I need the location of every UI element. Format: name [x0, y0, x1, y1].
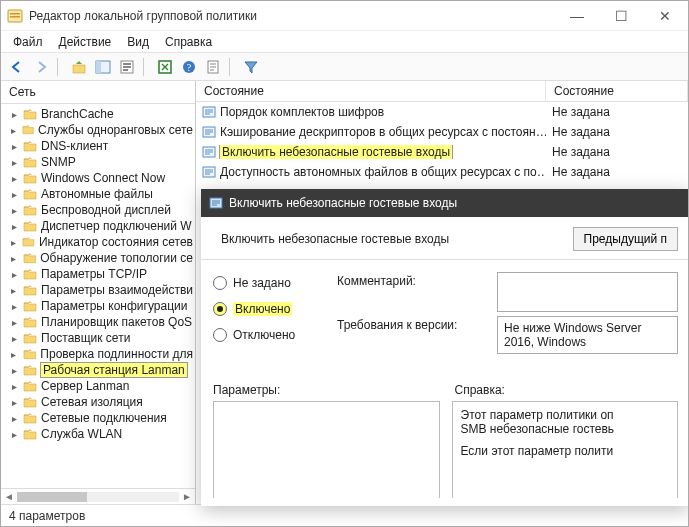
expand-toggle-icon[interactable]: ▸ [9, 253, 19, 264]
radio-label: Отключено [233, 328, 295, 342]
tree-item[interactable]: ▸BranchCache [7, 106, 195, 122]
previous-setting-button[interactable]: Предыдущий п [573, 227, 678, 251]
close-button[interactable]: ✕ [652, 9, 678, 23]
expand-toggle-icon[interactable]: ▸ [9, 141, 19, 152]
tree-item-label: Сетевые подключения [41, 411, 167, 425]
expand-toggle-icon[interactable]: ▸ [9, 157, 19, 168]
tree-item-label: Проверка подлинности для [40, 347, 193, 361]
policy-row-value: Не задана [546, 125, 688, 139]
radio-disabled[interactable]: Отключено [213, 328, 323, 342]
expand-toggle-icon[interactable]: ▸ [9, 317, 19, 328]
tree-item[interactable]: ▸Индикатор состояния сетев [7, 234, 195, 250]
policy-row[interactable]: Кэширование дескрипторов в общих ресурса… [196, 122, 688, 142]
tree-item[interactable]: ▸Параметры взаимодействи [7, 282, 195, 298]
folder-icon [23, 284, 37, 296]
parameters-box[interactable] [213, 401, 440, 498]
policy-dialog: Включить небезопасные гостевые входы Вкл… [201, 189, 689, 506]
policy-row-value: Не задана [546, 145, 688, 159]
properties-button[interactable] [117, 57, 137, 77]
help-button[interactable]: ? [179, 57, 199, 77]
tree-item[interactable]: ▸Беспроводной дисплей [7, 202, 195, 218]
show-hide-tree-button[interactable] [93, 57, 113, 77]
tree-root-label[interactable]: Сеть [1, 81, 195, 104]
policy-row[interactable]: Доступность автономных файлов в общих ре… [196, 162, 688, 182]
expand-toggle-icon[interactable]: ▸ [9, 189, 19, 200]
expand-toggle-icon[interactable]: ▸ [9, 173, 19, 184]
expand-toggle-icon[interactable]: ▸ [9, 429, 19, 440]
app-icon [7, 8, 23, 24]
expand-toggle-icon[interactable]: ▸ [9, 109, 19, 120]
tree-item[interactable]: ▸Параметры TCP/IP [7, 266, 195, 282]
svg-rect-2 [10, 16, 20, 18]
tree-item[interactable]: ▸Диспетчер подключений W [7, 218, 195, 234]
radio-enabled[interactable]: Включено [213, 302, 323, 316]
expand-toggle-icon[interactable]: ▸ [9, 125, 18, 136]
dialog-lower-panes: Этот параметр политики оп SMB небезопасн… [213, 401, 678, 498]
expand-toggle-icon[interactable]: ▸ [9, 349, 19, 360]
back-button[interactable] [7, 57, 27, 77]
policy-row[interactable]: Порядок комплектов шифровНе задана [196, 102, 688, 122]
dialog-body: Не задано Включено Отключено [201, 268, 689, 377]
tree-horizontal-scrollbar[interactable]: ◄ ► [1, 488, 195, 504]
tree-item[interactable]: ▸Сетевая изоляция [7, 394, 195, 410]
tree-item[interactable]: ▸Параметры конфигурации [7, 298, 195, 314]
expand-toggle-icon[interactable]: ▸ [9, 221, 19, 232]
expand-toggle-icon[interactable]: ▸ [9, 301, 19, 312]
expand-toggle-icon[interactable]: ▸ [9, 397, 19, 408]
export-button[interactable] [203, 57, 223, 77]
tree-item[interactable]: ▸Рабочая станция Lanman [7, 362, 195, 378]
svg-text:?: ? [187, 62, 192, 73]
maximize-button[interactable]: ☐ [608, 9, 634, 23]
tree-item[interactable]: ▸Windows Connect Now [7, 170, 195, 186]
tree-item[interactable]: ▸Службы одноранговых сете [7, 122, 195, 138]
column-header-status[interactable]: Состояние [546, 81, 688, 101]
scroll-track[interactable] [17, 492, 179, 502]
policy-row[interactable]: Включить небезопасные гостевые входыНе з… [196, 142, 688, 162]
folder-icon [22, 236, 35, 248]
dialog-icon [209, 196, 223, 210]
filter-button[interactable] [241, 57, 261, 77]
expand-toggle-icon[interactable]: ▸ [9, 269, 19, 280]
menu-action[interactable]: Действие [59, 35, 112, 49]
refresh-button[interactable] [155, 57, 175, 77]
expand-toggle-icon[interactable]: ▸ [9, 365, 19, 376]
tree-item[interactable]: ▸Служба WLAN [7, 426, 195, 442]
expand-toggle-icon[interactable]: ▸ [9, 237, 18, 248]
tree-item[interactable]: ▸SNMP [7, 154, 195, 170]
expand-toggle-icon[interactable]: ▸ [9, 205, 19, 216]
tree-item[interactable]: ▸DNS-клиент [7, 138, 195, 154]
policy-list[interactable]: Порядок комплектов шифровНе заданаКэширо… [196, 102, 688, 182]
app-window: Редактор локальной групповой политики — … [0, 0, 689, 527]
tree-item[interactable]: ▸Проверка подлинности для [7, 346, 195, 362]
scroll-left-icon[interactable]: ◄ [1, 491, 17, 502]
folder-icon [23, 316, 37, 328]
expand-toggle-icon[interactable]: ▸ [9, 285, 19, 296]
toolbar: ? [1, 53, 688, 81]
tree-view[interactable]: ▸BranchCache▸Службы одноранговых сете▸DN… [1, 104, 195, 488]
tree-item[interactable]: ▸Обнаружение топологии се [7, 250, 195, 266]
tree-item[interactable]: ▸Сетевые подключения [7, 410, 195, 426]
folder-icon [23, 156, 37, 168]
tree-item[interactable]: ▸Автономные файлы [7, 186, 195, 202]
help-box: Этот параметр политики оп SMB небезопасн… [452, 401, 679, 498]
minimize-button[interactable]: — [564, 9, 590, 23]
up-button[interactable] [69, 57, 89, 77]
menu-help[interactable]: Справка [165, 35, 212, 49]
comment-field[interactable] [497, 272, 678, 312]
menu-file[interactable]: Файл [13, 35, 43, 49]
tree-item-label: Параметры TCP/IP [41, 267, 147, 281]
expand-toggle-icon[interactable]: ▸ [9, 333, 19, 344]
expand-toggle-icon[interactable]: ▸ [9, 413, 19, 424]
expand-toggle-icon[interactable]: ▸ [9, 381, 19, 392]
radio-icon [213, 302, 227, 316]
folder-icon [23, 428, 37, 440]
column-header-state[interactable]: Состояние [196, 81, 546, 101]
tree-item[interactable]: ▸Планировщик пакетов QoS [7, 314, 195, 330]
radio-not-configured[interactable]: Не задано [213, 276, 323, 290]
tree-item[interactable]: ▸Сервер Lanman [7, 378, 195, 394]
scroll-thumb[interactable] [17, 492, 87, 502]
tree-item[interactable]: ▸Поставщик сети [7, 330, 195, 346]
scroll-right-icon[interactable]: ► [179, 491, 195, 502]
forward-button[interactable] [31, 57, 51, 77]
menu-view[interactable]: Вид [127, 35, 149, 49]
